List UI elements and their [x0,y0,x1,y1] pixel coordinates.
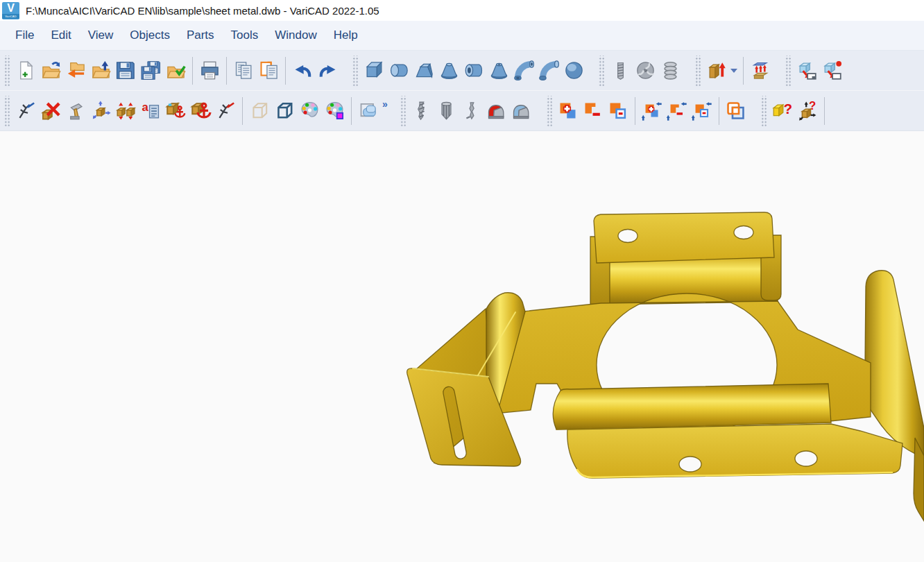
solid-measure-button[interactable]: ? [795,95,820,127]
toolbar-grip-handle[interactable] [3,96,10,126]
open-verified-button[interactable] [163,55,188,87]
assign-color-button[interactable] [322,95,347,127]
toolbar-overflow[interactable]: » [381,99,388,110]
blue-solid-button[interactable] [509,95,534,127]
mill-icon [436,100,457,121]
boolean-intersect-keep-button[interactable] [690,95,715,127]
view-export-2-icon [821,60,843,81]
copy-button[interactable] [231,55,256,87]
toolbar-row-1 [0,51,924,91]
menu-item-file[interactable]: File [7,24,42,46]
menu-item-window[interactable]: Window [266,24,325,46]
close-revert-folder-icon [65,60,87,81]
mill-tool-button[interactable] [434,95,459,127]
solid-box-button[interactable] [361,55,386,87]
drill-tool-button[interactable] [409,95,434,127]
prim-pipe-elbow-icon [513,60,535,81]
sheet-metal-part[interactable] [0,131,924,562]
intersect-keep-icon [691,100,712,121]
solid-elbow-button[interactable] [536,55,561,87]
undo-button[interactable] [290,55,315,87]
red-solid-button[interactable] [484,95,509,127]
wireframe-light-button[interactable] [247,95,272,127]
palette-assign-icon [324,100,345,121]
anchor-solid-button[interactable] [188,95,213,127]
solid-tube-button[interactable] [461,55,486,87]
viewport-3d[interactable] [0,131,924,562]
menu-item-tools[interactable]: Tools [223,24,267,46]
extrude-dropdown-caret[interactable] [729,55,739,87]
svg-text:?: ? [784,101,793,117]
new-drawing-button[interactable] [13,55,38,87]
shaded-view-button[interactable] [356,95,381,127]
toolbar-grip-handle[interactable] [694,56,701,86]
boolean-subtract-keep-button[interactable] [665,95,690,127]
solid-sphere-button[interactable] [561,55,586,87]
edit-solid-button[interactable] [63,95,88,127]
menu-item-edit[interactable]: Edit [42,24,79,46]
rotary-part-icon [635,60,656,81]
view-export-icon [796,60,818,81]
menu-item-view[interactable]: View [80,24,122,46]
boolean-subtract-button[interactable] [581,95,606,127]
toolbar-grip-handle[interactable] [352,56,358,86]
toolbar-separator [242,97,243,125]
wireframe-dark-button[interactable] [272,95,297,127]
save-multiple-icon [140,60,162,81]
insert-solid-button[interactable] [163,95,188,127]
save-button[interactable] [113,55,138,87]
save-all-button[interactable] [138,55,163,87]
lift-solid-button[interactable] [748,55,773,87]
extrude-button[interactable] [704,55,729,87]
solid-attributes-button[interactable]: a [138,95,163,127]
rotary-part-button[interactable] [633,55,658,87]
toolbar-separator [719,97,719,125]
export-3d-to-2d-update-button[interactable] [819,55,844,87]
solid-prism-button[interactable] [411,55,436,87]
spring-button[interactable] [658,55,683,87]
color-palette-button[interactable] [297,95,322,127]
threaded-part-button[interactable] [608,55,633,87]
title-bar: V VariCAD F:\Munca\AICI\VariCAD EN\lib\s… [0,0,924,21]
delete-solid-button[interactable] [38,95,63,127]
prim-solid-elbow-icon [538,60,560,81]
toolbar-grip-handle[interactable] [760,96,767,126]
save-icon [115,60,137,81]
toolbar-grip-handle[interactable] [3,56,10,86]
extrude-group [692,55,773,87]
undo-icon [292,60,314,81]
close-revert-button[interactable] [63,55,88,87]
menu-item-parts[interactable]: Parts [178,24,223,46]
move-solid-button[interactable] [88,95,113,127]
boolean-union-button[interactable] [556,95,581,127]
menu-item-objects[interactable]: Objects [121,24,178,46]
solid-pipe-elbow-button[interactable] [511,55,536,87]
boolean-intersect-button[interactable] [606,95,631,127]
toolbar-grip-handle[interactable] [546,96,552,126]
countersink-tool-button[interactable] [459,95,484,127]
toolbar-grip-handle[interactable] [400,96,406,126]
solid-cone-button[interactable] [436,55,461,87]
open-file-button[interactable] [38,55,63,87]
selection-tree-button[interactable] [13,95,38,127]
open-recent-button[interactable] [88,55,113,87]
copy-overlap-button[interactable] [724,95,748,127]
info-group: ?? [758,95,829,127]
remove-from-tree-button[interactable] [213,95,238,127]
logo-letter: V [7,2,15,14]
menu-item-help[interactable]: Help [325,24,366,46]
toolbar-grip-handle[interactable] [598,56,604,86]
prim-prism-icon [413,60,435,81]
solid-hollow-cone-button[interactable] [486,55,511,87]
solid-cylinder-button[interactable] [386,55,411,87]
solid-info-button[interactable]: ? [770,95,795,127]
export-3d-to-2d-button[interactable] [794,55,819,87]
swap-solids-button[interactable] [113,95,138,127]
print-button[interactable] [197,55,222,87]
toolbar-grip-handle[interactable] [785,56,791,86]
redo-button[interactable] [315,55,340,87]
redo-icon [317,60,339,81]
boolean-union-keep-button[interactable] [640,95,665,127]
paste-button[interactable] [256,55,281,87]
prim-box-icon [363,60,385,81]
